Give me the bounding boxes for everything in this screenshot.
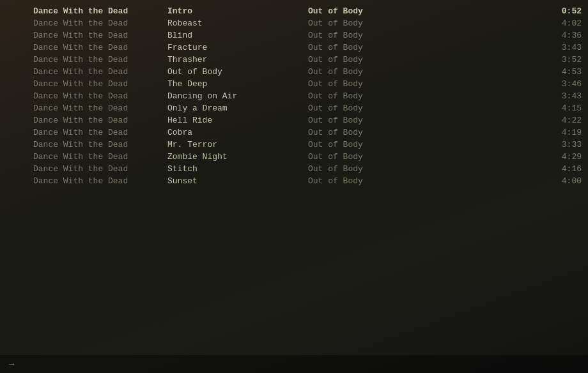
table-row[interactable]: Dance With the DeadDancing on AirOut of …: [0, 90, 588, 102]
table-row[interactable]: Dance With the DeadThe DeepOut of Body3:…: [0, 78, 588, 90]
track-artist: Dance With the Dead: [33, 176, 167, 186]
track-artist: Dance With the Dead: [33, 152, 167, 162]
track-duration: 4:36: [543, 31, 582, 40]
track-album: Out of Body: [308, 164, 543, 174]
track-artist: Dance With the Dead: [33, 43, 167, 52]
track-title: Stitch: [167, 164, 308, 174]
table-row[interactable]: Dance With the DeadCobraOut of Body4:19: [0, 126, 588, 139]
track-title: Blind: [167, 31, 308, 40]
track-album: Out of Body: [308, 103, 543, 113]
track-album: Out of Body: [308, 176, 543, 186]
track-duration: 3:33: [543, 140, 582, 149]
track-duration: 4:16: [543, 164, 582, 174]
track-album: Out of Body: [308, 116, 543, 125]
track-artist: Dance With the Dead: [33, 164, 167, 174]
track-album: Out of Body: [308, 140, 543, 149]
table-row[interactable]: Dance With the DeadBlindOut of Body4:36: [0, 29, 588, 42]
track-album: Out of Body: [308, 19, 543, 28]
track-title: Cobra: [167, 128, 308, 137]
track-duration: 4:22: [543, 116, 582, 125]
track-duration: 4:00: [543, 176, 582, 186]
track-album: Out of Body: [308, 128, 543, 137]
track-album: Out of Body: [308, 55, 543, 65]
track-artist: Dance With the Dead: [33, 140, 167, 149]
track-title: Robeast: [167, 19, 308, 28]
table-row[interactable]: Dance With the DeadRobeastOut of Body4:0…: [0, 17, 588, 29]
track-artist: Dance With the Dead: [33, 19, 167, 28]
table-row[interactable]: Dance With the DeadStitchOut of Body4:16: [0, 163, 588, 175]
table-row[interactable]: Dance With the DeadMr. TerrorOut of Body…: [0, 139, 588, 151]
header-duration: 0:52: [543, 6, 582, 16]
track-artist: Dance With the Dead: [33, 55, 167, 65]
track-artist: Dance With the Dead: [33, 67, 167, 77]
table-row[interactable]: Dance With the DeadFractureOut of Body3:…: [0, 42, 588, 54]
header-artist: Dance With the Dead: [33, 6, 167, 16]
track-duration: 3:43: [543, 43, 582, 52]
track-duration: 3:46: [543, 79, 582, 89]
track-duration: 4:19: [543, 128, 582, 137]
header-title: Intro: [167, 6, 308, 16]
track-title: Zombie Night: [167, 152, 308, 162]
track-album: Out of Body: [308, 43, 543, 52]
track-artist: Dance With the Dead: [33, 91, 167, 101]
track-artist: Dance With the Dead: [33, 103, 167, 113]
track-title: Mr. Terror: [167, 140, 308, 149]
header-album: Out of Body: [308, 6, 543, 16]
track-duration: 4:29: [543, 152, 582, 162]
track-album: Out of Body: [308, 152, 543, 162]
track-album: Out of Body: [308, 79, 543, 89]
bottom-bar: →: [0, 355, 588, 373]
table-header: Dance With the Dead Intro Out of Body 0:…: [0, 5, 588, 17]
table-row[interactable]: Dance With the DeadOut of BodyOut of Bod…: [0, 66, 588, 78]
track-album: Out of Body: [308, 91, 543, 101]
track-title: Sunset: [167, 176, 308, 186]
track-title: The Deep: [167, 79, 308, 89]
track-title: Dancing on Air: [167, 91, 308, 101]
table-row[interactable]: Dance With the DeadOnly a DreamOut of Bo…: [0, 102, 588, 114]
track-artist: Dance With the Dead: [33, 79, 167, 89]
track-title: Fracture: [167, 43, 308, 52]
track-title: Out of Body: [167, 67, 308, 77]
table-row[interactable]: Dance With the DeadHell RideOut of Body4…: [0, 114, 588, 126]
table-row[interactable]: Dance With the DeadZombie NightOut of Bo…: [0, 151, 588, 163]
track-duration: 4:15: [543, 103, 582, 113]
track-artist: Dance With the Dead: [33, 31, 167, 40]
track-album: Out of Body: [308, 31, 543, 40]
track-title: Hell Ride: [167, 116, 308, 125]
track-list: Dance With the Dead Intro Out of Body 0:…: [0, 0, 588, 192]
track-duration: 4:53: [543, 67, 582, 77]
arrow-icon: →: [9, 359, 14, 369]
track-artist: Dance With the Dead: [33, 128, 167, 137]
table-row[interactable]: Dance With the DeadSunsetOut of Body4:00: [0, 175, 588, 187]
track-title: Only a Dream: [167, 103, 308, 113]
track-duration: 4:02: [543, 19, 582, 28]
track-duration: 3:52: [543, 55, 582, 65]
track-duration: 3:43: [543, 91, 582, 101]
table-row[interactable]: Dance With the DeadThrasherOut of Body3:…: [0, 54, 588, 66]
track-album: Out of Body: [308, 67, 543, 77]
track-artist: Dance With the Dead: [33, 116, 167, 125]
track-title: Thrasher: [167, 55, 308, 65]
